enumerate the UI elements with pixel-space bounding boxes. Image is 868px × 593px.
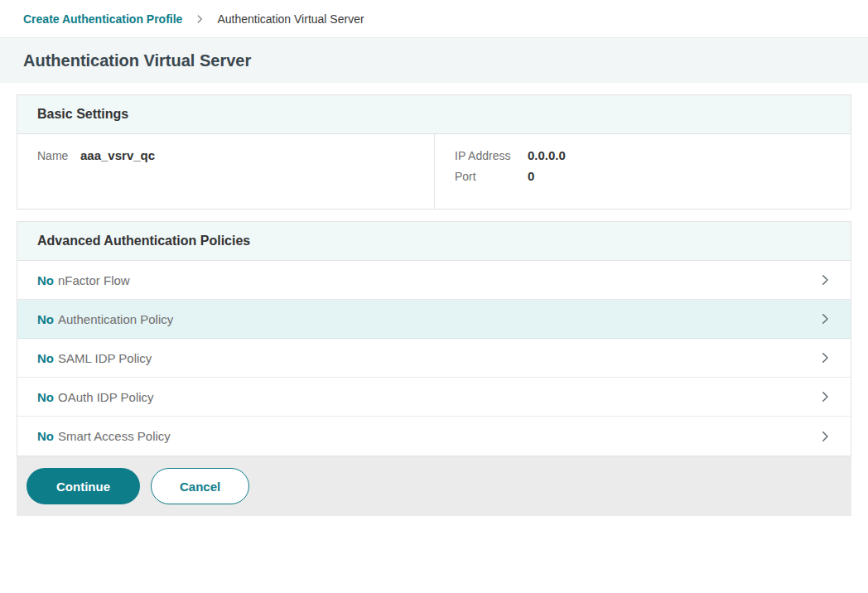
chevron-right-icon <box>817 350 832 365</box>
port-field: Port 0 <box>455 169 831 183</box>
policy-row-text: NonFactor Flow <box>37 273 130 287</box>
advanced-policies-header: Advanced Authentication Policies <box>17 222 851 261</box>
policy-row-authentication-policy[interactable]: NoAuthentication Policy <box>17 300 851 339</box>
port-label: Port <box>455 170 528 183</box>
name-value: aaa_vsrv_qc <box>80 148 155 162</box>
basic-settings-panel: Basic Settings Name aaa_vsrv_qc IP Addre… <box>17 94 851 210</box>
policy-label: Smart Access Policy <box>58 429 171 443</box>
continue-button[interactable]: Continue <box>27 468 140 504</box>
policy-count: No <box>37 429 54 443</box>
policy-count: No <box>37 273 54 287</box>
basic-settings-content: Name aaa_vsrv_qc IP Address 0.0.0.0 Port… <box>17 134 851 209</box>
footer-action-bar: Continue Cancel <box>17 456 851 516</box>
chevron-right-icon <box>817 272 832 287</box>
policy-label: SAML IDP Policy <box>58 351 152 365</box>
policy-row-smart-access-policy[interactable]: NoSmart Access Policy <box>17 417 851 456</box>
chevron-right-icon <box>817 311 832 326</box>
basic-settings-header: Basic Settings <box>17 95 851 134</box>
policy-count: No <box>37 351 54 365</box>
name-field: Name aaa_vsrv_qc <box>37 148 414 162</box>
policy-row-text: NoSAML IDP Policy <box>37 351 152 365</box>
name-label: Name <box>37 149 80 162</box>
policy-row-nfactor-flow[interactable]: NonFactor Flow <box>17 261 851 300</box>
ip-address-label: IP Address <box>455 149 528 162</box>
advanced-authentication-policies-panel: Advanced Authentication Policies NonFact… <box>17 221 851 456</box>
cancel-button[interactable]: Cancel <box>151 468 249 504</box>
chevron-right-icon <box>817 429 832 444</box>
policy-count: No <box>37 390 54 404</box>
breadcrumb: Create Authentication Profile Authentica… <box>0 0 868 38</box>
basic-settings-left-column: Name aaa_vsrv_qc <box>17 134 434 209</box>
basic-settings-right-column: IP Address 0.0.0.0 Port 0 <box>434 134 851 209</box>
page-title: Authentication Virtual Server <box>23 51 251 70</box>
ip-address-value: 0.0.0.0 <box>528 148 566 162</box>
policy-row-text: NoOAuth IDP Policy <box>37 390 154 404</box>
breadcrumb-link-create-authentication-profile[interactable]: Create Authentication Profile <box>23 12 182 26</box>
policy-label: Authentication Policy <box>58 312 173 326</box>
policy-row-text: NoAuthentication Policy <box>37 312 173 326</box>
policy-row-oauth-idp-policy[interactable]: NoOAuth IDP Policy <box>17 378 851 417</box>
policy-count: No <box>37 312 54 326</box>
page-title-band: Authentication Virtual Server <box>0 38 868 83</box>
chevron-right-icon <box>817 389 832 404</box>
ip-address-field: IP Address 0.0.0.0 <box>455 148 831 162</box>
policy-label: OAuth IDP Policy <box>58 390 154 404</box>
breadcrumb-current-page: Authentication Virtual Server <box>217 12 364 26</box>
policy-label: nFactor Flow <box>58 273 130 287</box>
port-value: 0 <box>528 169 534 183</box>
policy-row-text: NoSmart Access Policy <box>37 429 171 443</box>
breadcrumb-chevron-icon <box>194 13 205 25</box>
policy-row-saml-idp-policy[interactable]: NoSAML IDP Policy <box>17 339 851 378</box>
